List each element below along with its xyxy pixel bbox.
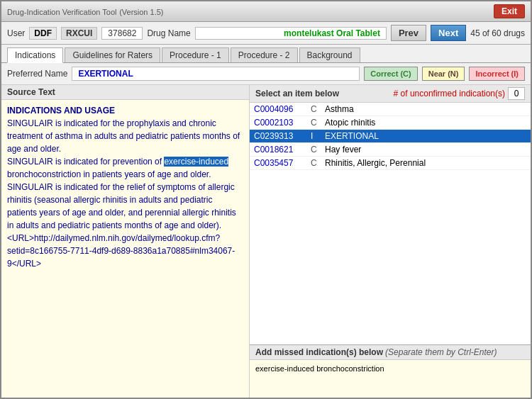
preferred-name-bar: Preferred Name EXERTIONAL Correct (C) Ne… (1, 63, 531, 85)
indication-type: C (311, 145, 325, 154)
tab-bar: Indications Guidelines for Raters Proced… (1, 45, 531, 63)
tab-procedure-2[interactable]: Procedure - 2 (231, 47, 298, 62)
source-text-p2-post: bronchoconstriction in patients years of… (7, 169, 211, 179)
indication-code: C0018621 (254, 145, 311, 154)
source-panel: Source Text INDICATIONS AND USAGE SINGUL… (1, 85, 250, 398)
indication-name: EXERTIONAL (325, 131, 526, 141)
drug-name-value: montelukast Oral Tablet (195, 27, 387, 40)
indication-code: C0239313 (254, 131, 311, 141)
indication-type: C (311, 158, 325, 168)
preferred-name-label: Preferred Name (7, 69, 67, 79)
exit-button[interactable]: Exit (494, 4, 525, 18)
select-header: Select an item below (255, 89, 339, 99)
indication-type: C (311, 118, 325, 128)
rxcui-label: RXCUI (61, 27, 97, 40)
correct-button[interactable]: Correct (C) (364, 67, 417, 81)
main-window: Drug-Indication Verification Tool (Versi… (0, 0, 532, 399)
app-version: (Version 1.5) (119, 8, 163, 16)
indication-code: C0004096 (254, 104, 311, 114)
indication-row[interactable]: C0035457 C Rhinitis, Allergic, Perennial (250, 157, 531, 170)
app-title: Drug-Indication Verification Tool (7, 8, 117, 16)
missed-header-title: Add missed indication(s) below (255, 347, 383, 357)
source-panel-header: Source Text (1, 85, 249, 100)
indication-row-selected[interactable]: C0239313 I EXERTIONAL (250, 130, 531, 143)
prev-button[interactable]: Prev (391, 25, 426, 41)
unconfirmed-count: 0 (508, 87, 525, 100)
indication-row[interactable]: C0002103 C Atopic rhinitis (250, 116, 531, 130)
missed-header: Add missed indication(s) below (Separate… (250, 345, 531, 360)
indication-row[interactable]: C0018621 C Hay fever (250, 143, 531, 157)
preferred-name-value: EXERTIONAL (72, 67, 360, 81)
near-button[interactable]: Near (N) (422, 67, 465, 81)
tab-indications[interactable]: Indications (7, 47, 63, 63)
tab-background[interactable]: Background (299, 47, 360, 62)
right-panel: Select an item below # of unconfirmed in… (250, 85, 531, 398)
indication-list: C0004096 C Asthma C0002103 C Atopic rhin… (250, 103, 531, 344)
title-bar: Drug-Indication Verification Tool (Versi… (1, 1, 531, 22)
indication-type: I (311, 131, 325, 141)
missed-indication-input[interactable]: exercise-induced bronchoconstriction (250, 360, 531, 395)
counter: 45 of 60 drugs (470, 28, 525, 38)
toolbar: User DDF RXCUI 378682 Drug Name monteluk… (1, 22, 531, 45)
missed-area: Add missed indication(s) below (Separate… (250, 344, 531, 398)
unconfirmed-label: # of unconfirmed indication(s) (394, 89, 505, 99)
indication-code: C0002103 (254, 118, 311, 128)
indication-type: C (311, 104, 325, 114)
missed-header-hint: (Separate them by Ctrl-Enter) (385, 347, 497, 357)
source-text-p3: SINGULAIR is indicated for the relief of… (7, 182, 236, 230)
source-text-title: INDICATIONS AND USAGE (7, 106, 115, 116)
drug-name-label: Drug Name (147, 28, 190, 38)
indication-name: Hay fever (325, 145, 526, 154)
next-button[interactable]: Next (431, 25, 466, 41)
tab-guidelines[interactable]: Guidelines for Raters (65, 47, 160, 62)
source-text-url: <URL>http://dailymed.nlm.nih.gov/dailyme… (7, 233, 235, 269)
select-area: Select an item below # of unconfirmed in… (250, 85, 531, 344)
window-title: Drug-Indication Verification Tool (Versi… (7, 6, 164, 17)
unconfirmed-area: # of unconfirmed indication(s) 0 (394, 87, 525, 100)
source-text-content: INDICATIONS AND USAGE SINGULAIR is indic… (1, 100, 249, 398)
select-header-row: Select an item below # of unconfirmed in… (250, 85, 531, 103)
source-text-p2-pre: SINGULAIR is indicated for prevention of (7, 157, 164, 167)
indication-name: Atopic rhinitis (325, 118, 526, 128)
tab-procedure-1[interactable]: Procedure - 1 (162, 47, 229, 62)
user-value: DDF (29, 27, 57, 40)
indication-name: Asthma (325, 104, 526, 114)
incorrect-button[interactable]: Incorrect (I) (469, 67, 525, 81)
indication-row[interactable]: C0004096 C Asthma (250, 103, 531, 116)
source-text-p1: SINGULAIR is indicated for the prophylax… (7, 118, 240, 154)
indication-name: Rhinitis, Allergic, Perennial (325, 158, 526, 168)
rxcui-value: 378682 (101, 27, 143, 40)
indication-code: C0035457 (254, 158, 311, 168)
user-label: User (7, 28, 25, 38)
main-content: Source Text INDICATIONS AND USAGE SINGUL… (1, 85, 531, 398)
source-text-highlight: exercise-induced (164, 157, 228, 167)
